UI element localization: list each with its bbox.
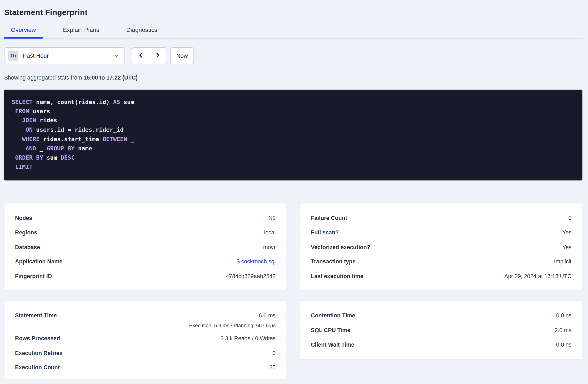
interval-label: Past Hour [23, 52, 49, 59]
application-name-row: Application Name $ cockroach sql [15, 254, 276, 269]
transaction-type-row: Transaction type Implicit [311, 254, 571, 269]
row-value: 0.0 ns [556, 341, 571, 348]
fingerprint-id-row: Fingerprint ID 4784cb829aab2542 [15, 269, 276, 283]
statement-time-breakdown-row: Execution: 5.8 ms / Planning: 687.5 µs [15, 323, 276, 331]
sql-cpu-time-row: SQL CPU Time 2.0 ms [311, 323, 571, 337]
info-cards-row: Nodes N1 Regions local Database movr App… [4, 203, 582, 290]
full-scan-row: Full scan? Yes [311, 225, 571, 240]
row-label: Regions [15, 229, 37, 236]
row-label: Database [15, 244, 40, 250]
last-execution-time-row: Last execution time Apr 29, 2024 at 17:1… [311, 269, 571, 283]
client-wait-time-row: Client Wait Time 0.0 ns [311, 337, 571, 352]
wait-time-card: Contention Time 0.0 ns SQL CPU Time 2.0 … [300, 301, 582, 360]
application-name-link[interactable]: $ cockroach sql [237, 258, 276, 265]
aggregation-note-range: 16:00 to 17:22 (UTC) [83, 74, 137, 81]
row-label: Statement Time [15, 312, 57, 319]
stats-cards-row: Statement Time 6.6 ms Execution: 5.8 ms … [4, 301, 582, 380]
execution-attributes-card: Failure Count 0 Full scan? Yes Vectorize… [300, 203, 582, 290]
overview-card: Nodes N1 Regions local Database movr App… [4, 203, 287, 290]
chevron-down-icon [114, 53, 119, 58]
aggregation-note: Showing aggregated stats from 16:00 to 1… [4, 74, 582, 81]
row-label: Contention Time [311, 312, 355, 319]
row-value: 4784cb829aab2542 [226, 273, 276, 279]
row-value: Apr 29, 2024 at 17:18 UTC [504, 273, 571, 279]
row-value: 2.0 ms [555, 327, 571, 333]
row-label: Nodes [15, 215, 32, 221]
prev-time-window-button[interactable] [132, 48, 149, 64]
interval-badge: 1h [8, 51, 18, 61]
next-time-window-button[interactable] [149, 48, 166, 64]
row-value: movr [263, 244, 276, 250]
row-label: Fingerprint ID [15, 273, 52, 279]
time-toolbar: 1h Past Hour Now [4, 47, 582, 64]
row-label: Transaction type [311, 258, 356, 265]
row-value: 25 [269, 364, 276, 370]
timing-card: Statement Time 6.6 ms Execution: 5.8 ms … [4, 301, 287, 380]
chevron-right-icon [155, 52, 160, 59]
row-value: Yes [562, 229, 571, 236]
statement-time-row: Statement Time 6.6 ms [15, 308, 276, 323]
row-value: 6.6 ms [259, 312, 276, 319]
row-label: Execution Count [15, 364, 60, 370]
tab-diagnostics[interactable]: Diagnostics [119, 27, 164, 38]
row-label: Last execution time [311, 273, 363, 279]
execution-retries-row: Execution Retries 0 [15, 346, 276, 360]
row-label: Client Wait Time [311, 341, 354, 348]
time-interval-select[interactable]: 1h Past Hour [4, 47, 125, 64]
database-row: Database movr [15, 240, 276, 254]
row-value: local [264, 229, 276, 236]
row-label: Vectorized execution? [311, 244, 370, 250]
aggregation-note-prefix: Showing aggregated stats from [4, 74, 84, 81]
statement-fingerprint-page: Statement Fingerprint Overview Explain P… [0, 0, 588, 384]
execution-count-row: Execution Count 25 [15, 360, 276, 375]
row-value: 2.3 k Reads / 0 Writes [220, 335, 276, 341]
row-label: Execution Retries [15, 349, 63, 356]
sql-statement-box: SELECT name, count(rides.id) AS sum FROM… [4, 90, 582, 180]
tab-overview[interactable]: Overview [4, 27, 43, 38]
row-value: 0.0 ns [556, 312, 571, 319]
contention-time-row: Contention Time 0.0 ns [311, 308, 571, 323]
row-value: 0 [272, 349, 276, 356]
row-value: Implicit [554, 258, 571, 265]
rows-processed-row: Rows Processed 2.3 k Reads / 0 Writes [15, 331, 276, 346]
row-value: Yes [562, 244, 571, 250]
row-label: Application Name [15, 258, 62, 265]
statement-time-breakdown: Execution: 5.8 ms / Planning: 687.5 µs [189, 323, 276, 328]
row-value: 0 [568, 215, 571, 221]
failure-count-row: Failure Count 0 [311, 211, 571, 225]
now-button[interactable]: Now [170, 47, 194, 64]
row-label: Failure Count [311, 215, 347, 221]
row-label: Rows Processed [15, 335, 60, 341]
nodes-link[interactable]: N1 [268, 215, 276, 221]
page-title: Statement Fingerprint [4, 7, 582, 18]
nodes-row: Nodes N1 [15, 211, 276, 225]
row-label: SQL CPU Time [311, 327, 350, 333]
tab-bar: Overview Explain Plans Diagnostics [4, 27, 582, 39]
row-label: Full scan? [311, 229, 339, 236]
tab-explain-plans[interactable]: Explain Plans [56, 27, 106, 38]
sql-code: SELECT name, count(rides.id) AS sum FROM… [12, 97, 575, 172]
chevron-left-icon [138, 52, 143, 59]
vectorized-execution-row: Vectorized execution? Yes [311, 240, 571, 254]
regions-row: Regions local [15, 225, 276, 240]
time-window-arrows [132, 47, 166, 64]
